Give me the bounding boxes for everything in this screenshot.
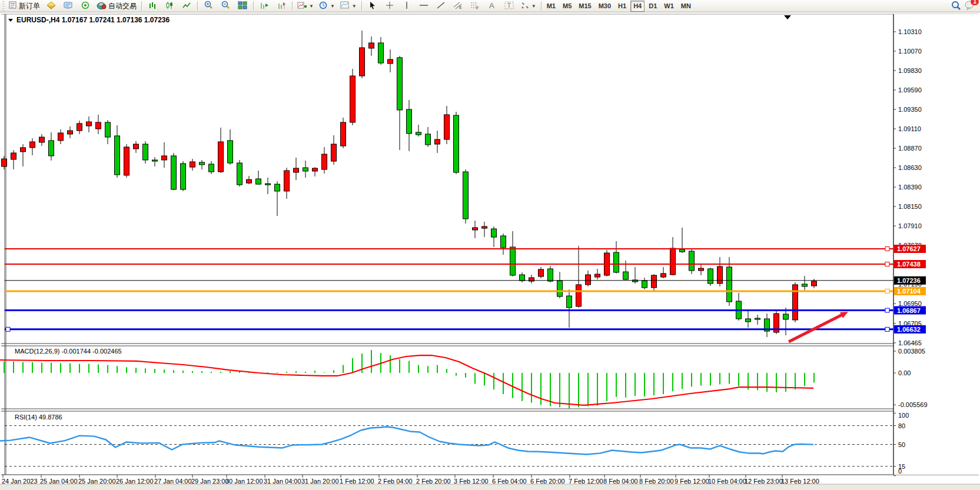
zoom-out-button[interactable] — [217, 0, 234, 12]
macd-axis-label: 0.00 — [898, 369, 911, 376]
svg-text:T: T — [507, 2, 511, 9]
symbol-title: EURUSD-,H4 1.07167 1.07241 1.07136 1.072… — [8, 16, 170, 24]
candlestick — [793, 285, 798, 320]
hline-handle[interactable] — [885, 308, 889, 312]
timeframe-h1[interactable]: H1 — [615, 1, 629, 12]
text-label-button[interactable]: T — [501, 0, 517, 12]
candlestick — [567, 296, 572, 308]
new-order-label: 新订单 — [19, 1, 40, 11]
candlestick — [228, 141, 233, 163]
timeframe-h4[interactable]: H4 — [630, 1, 645, 12]
candlestick — [200, 162, 205, 165]
periods-clock-icon — [319, 1, 328, 11]
terminal-button[interactable] — [60, 0, 77, 12]
candlestick — [444, 115, 450, 139]
timeframe-m1[interactable]: M1 — [544, 1, 559, 12]
candlestick — [96, 122, 101, 129]
chart-shift-button[interactable] — [273, 0, 290, 12]
timeframe-group: M1M5M15M30H1H4D1W1MN — [544, 1, 694, 12]
time-axis-label: 30 Jan 12:00 — [225, 478, 263, 485]
periods-button[interactable]: ▼ — [317, 0, 337, 12]
candlestick — [435, 139, 440, 144]
chat-icon[interactable]: 1 — [965, 1, 975, 12]
time-axis-label: 25 Jan 20:00 — [78, 478, 116, 485]
toolbar: 新订单 自动交易 — [0, 0, 980, 12]
symbol-ohlc-text: EURUSD-,H4 1.07167 1.07241 1.07136 1.072… — [16, 16, 170, 24]
timeframe-mn[interactable]: MN — [678, 1, 694, 12]
candlestick — [105, 122, 111, 137]
indicators-button[interactable]: ▼ — [295, 0, 316, 12]
equidistant-channel-button[interactable]: E — [450, 0, 466, 12]
time-axis-label: 6 Feb 04:00 — [492, 478, 527, 485]
hline-handle[interactable] — [885, 327, 889, 331]
candlestick — [247, 179, 252, 183]
timeframe-m30[interactable]: M30 — [596, 1, 614, 12]
time-axis-label: 26 Jan 12:00 — [116, 478, 154, 485]
candlestick — [265, 184, 271, 185]
autotrade-button[interactable]: 自动交易 — [94, 0, 139, 12]
candlestick — [181, 164, 186, 189]
hline-handle[interactable] — [885, 289, 889, 293]
candlestick — [256, 179, 261, 184]
hline-handle[interactable] — [885, 262, 889, 266]
candlestick — [190, 162, 195, 167]
crosshair-button[interactable] — [381, 0, 398, 12]
chart-canvas[interactable]: 1.103101.100701.098301.095901.093501.091… — [0, 12, 980, 490]
toolbar-right: 1 — [951, 1, 980, 12]
trendline-button[interactable] — [433, 0, 449, 12]
timeframe-m15[interactable]: M15 — [576, 1, 594, 12]
price-axis-label: 1.06950 — [898, 300, 922, 307]
candlestick — [539, 269, 544, 276]
cursor-icon — [369, 1, 376, 11]
candlestick — [124, 147, 129, 175]
auto-scroll-button[interactable] — [256, 0, 273, 12]
timeframe-m5[interactable]: M5 — [560, 1, 574, 12]
candlestick — [783, 314, 789, 319]
candlestick — [87, 122, 92, 126]
template-button[interactable]: ▼ — [338, 0, 359, 12]
vertical-line-button[interactable] — [398, 0, 415, 12]
new-order-button[interactable]: 新订单 — [6, 0, 42, 12]
history-button[interactable] — [43, 0, 59, 12]
price-axis-label: 1.08870 — [898, 145, 922, 152]
price-axis-label: 1.09830 — [898, 67, 922, 74]
chevron-down-icon: ▼ — [531, 4, 536, 9]
cursor-button[interactable] — [364, 0, 381, 12]
candlestick — [360, 48, 365, 76]
sound-icon — [81, 1, 90, 11]
candlestick — [39, 137, 45, 142]
candlestick — [284, 171, 290, 191]
candlestick-chart-button[interactable] — [161, 0, 178, 12]
search-icon[interactable] — [951, 1, 961, 12]
horizontal-line-button[interactable] — [416, 0, 432, 12]
candlestick — [510, 247, 516, 275]
candlestick — [350, 76, 356, 122]
time-axis-label: 27 Jan 04:00 — [154, 478, 192, 485]
bar-chart-button[interactable] — [144, 0, 161, 12]
sound-button[interactable] — [77, 0, 94, 12]
zoom-in-button[interactable] — [200, 0, 217, 12]
time-axis-label: 6 Feb 20:00 — [530, 478, 565, 485]
fibonacci-icon: F — [470, 1, 480, 11]
fibonacci-button[interactable]: F — [467, 0, 483, 12]
price-badge-label: 1.06632 — [897, 326, 921, 333]
time-axis-label: 1 Feb 12:00 — [340, 478, 374, 485]
text-button[interactable]: A — [484, 0, 500, 12]
rsi-axis-label: 50 — [898, 441, 905, 448]
time-axis-label: 12 Feb 23:00 — [745, 478, 783, 485]
toolbar-separator — [292, 1, 293, 11]
timeframe-d1[interactable]: D1 — [646, 1, 660, 12]
candlestick — [68, 131, 73, 134]
hline-handle[interactable] — [6, 327, 10, 331]
history-diamond-icon — [46, 1, 56, 11]
time-axis-label: 31 Jan 04:00 — [264, 478, 301, 485]
candlestick — [661, 274, 666, 277]
indicators-icon — [297, 1, 307, 11]
hline-handle[interactable] — [885, 247, 889, 251]
price-axis-label: 1.10310 — [898, 28, 922, 35]
timeframe-w1[interactable]: W1 — [661, 1, 677, 12]
arrow-shapes-button[interactable]: ▼ — [518, 0, 539, 12]
tile-windows-button[interactable] — [234, 0, 251, 12]
line-chart-button[interactable] — [178, 0, 195, 12]
time-axis-label: 24 Jan 2023 — [2, 478, 38, 485]
